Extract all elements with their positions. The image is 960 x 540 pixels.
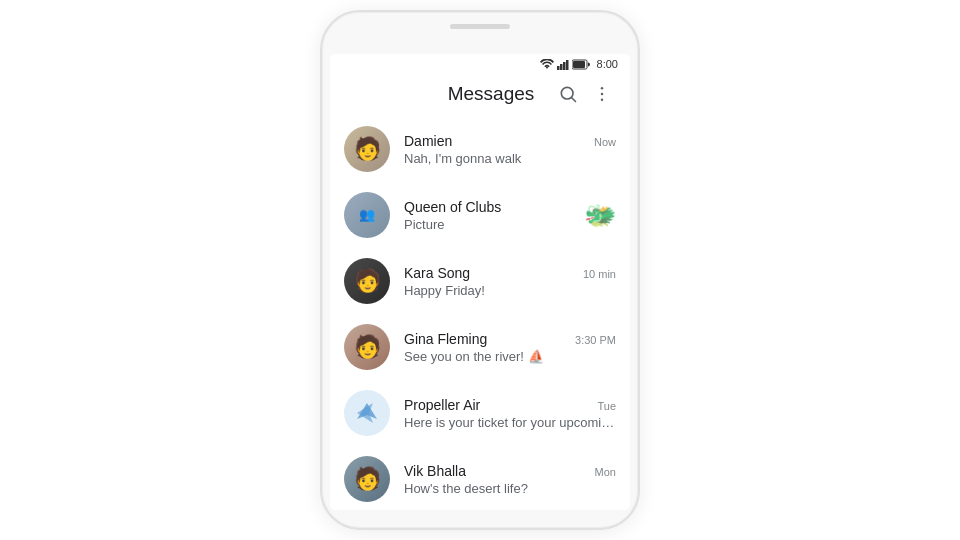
status-bar: 8:00 (330, 54, 630, 72)
message-content: Vik Bhalla Mon How's the desert life? (404, 463, 616, 496)
more-options-button[interactable] (590, 82, 614, 106)
avatar: 🧑 (344, 258, 390, 304)
app-bar: Messages (330, 72, 630, 116)
sender-name: Vik Bhalla (404, 463, 466, 479)
conversation-item[interactable]: Propeller Air Tue Here is your ticket fo… (330, 380, 630, 446)
message-preview: See you on the river! ⛵ (404, 349, 616, 364)
message-content: Queen of Clubs Picture (404, 199, 576, 232)
sender-name: Kara Song (404, 265, 470, 281)
message-content: Kara Song 10 min Happy Friday! (404, 265, 616, 298)
avatar: 🧑 (344, 456, 390, 502)
conversation-item[interactable]: 👥 Queen of Clubs Picture 🐲 (330, 182, 630, 248)
svg-line-7 (572, 98, 576, 102)
sender-name: Gina Fleming (404, 331, 487, 347)
svg-rect-0 (557, 66, 560, 70)
sender-name: Queen of Clubs (404, 199, 501, 215)
svg-rect-1 (560, 64, 563, 70)
message-time: Now (594, 136, 616, 148)
message-preview: How's the desert life? (404, 481, 616, 496)
message-content: Propeller Air Tue Here is your ticket fo… (404, 397, 616, 430)
conversation-item[interactable]: 🧑 Kara Song 10 min Happy Friday! (330, 248, 630, 314)
message-time: 3:30 PM (575, 334, 616, 346)
message-preview: Here is your ticket for your upcoming... (404, 415, 616, 430)
phone-notch (450, 24, 510, 29)
svg-rect-5 (573, 61, 585, 68)
avatar: 👥 (344, 192, 390, 238)
phone-wrapper: 8:00 Messages (320, 10, 640, 530)
message-content: Damien Now Nah, I'm gonna walk (404, 133, 616, 166)
app-title: Messages (426, 83, 556, 105)
wifi-icon (540, 59, 554, 70)
message-preview: Nah, I'm gonna walk (404, 151, 616, 166)
message-list: 🧑 Damien Now Nah, I'm gonna walk 👥 Queen… (330, 116, 630, 510)
svg-rect-3 (566, 60, 569, 70)
status-time: 8:00 (597, 58, 618, 70)
avatar (344, 390, 390, 436)
message-thumbnail: 🐲 (584, 200, 616, 231)
message-time: Mon (595, 466, 616, 478)
battery-icon (572, 59, 590, 70)
phone-screen: 8:00 Messages (330, 54, 630, 510)
sender-name: Propeller Air (404, 397, 480, 413)
message-content: Gina Fleming 3:30 PM See you on the rive… (404, 331, 616, 364)
svg-point-10 (601, 99, 604, 102)
search-button[interactable] (556, 82, 580, 106)
svg-point-8 (601, 87, 604, 90)
svg-point-9 (601, 93, 604, 96)
conversation-item[interactable]: 🧑 Vik Bhalla Mon How's the desert life? (330, 446, 630, 510)
sender-name: Damien (404, 133, 452, 149)
message-time: 10 min (583, 268, 616, 280)
svg-rect-2 (563, 62, 566, 70)
conversation-item[interactable]: 🧑 Damien Now Nah, I'm gonna walk (330, 116, 630, 182)
conversation-item[interactable]: 🧑 Gina Fleming 3:30 PM See you on the ri… (330, 314, 630, 380)
signal-icon (557, 59, 569, 70)
avatar: 🧑 (344, 324, 390, 370)
message-preview: Happy Friday! (404, 283, 616, 298)
message-preview: Picture (404, 217, 576, 232)
message-time: Tue (597, 400, 616, 412)
avatar: 🧑 (344, 126, 390, 172)
